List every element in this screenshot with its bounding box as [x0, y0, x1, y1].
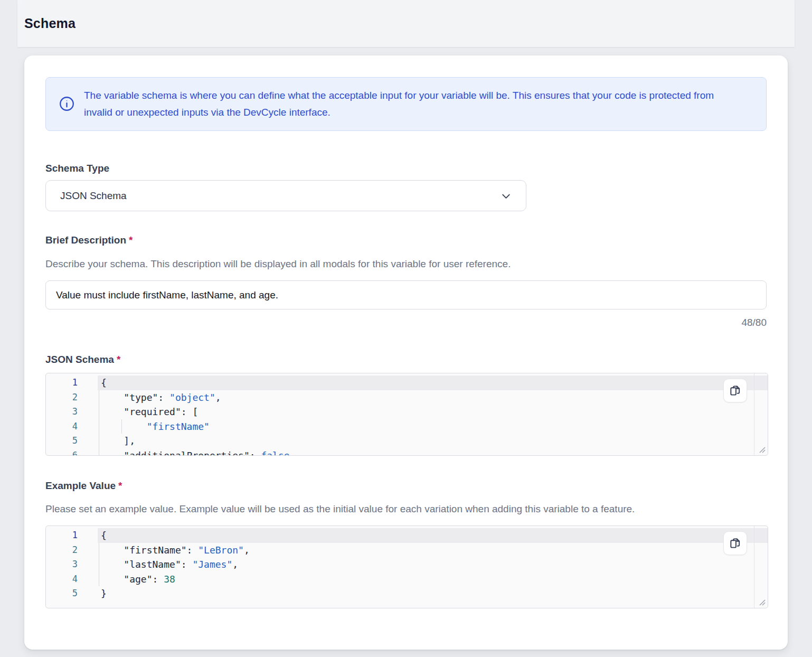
chevron-down-icon [500, 190, 512, 202]
resize-handle[interactable] [758, 598, 766, 606]
indent-guide [99, 390, 99, 456]
info-banner-text: The variable schema is where you can def… [84, 87, 739, 121]
scrollbar-track[interactable] [754, 373, 754, 455]
required-asterisk: * [117, 354, 120, 365]
copy-icon [729, 384, 741, 397]
character-counter: 48/80 [45, 317, 767, 328]
indent-guide [121, 419, 122, 434]
line-number-gutter: 12345 [46, 526, 98, 608]
schema-type-label: Schema Type [45, 163, 109, 174]
example-value-label: Example Value* [45, 480, 122, 492]
copy-button[interactable] [723, 531, 747, 555]
indent-guide [99, 543, 99, 587]
json-schema-label: JSON Schema* [45, 354, 120, 365]
schema-type-selected-value: JSON Schema [60, 190, 127, 202]
page-title: Schema [24, 16, 75, 31]
brief-description-input[interactable] [45, 280, 767, 309]
schema-form-card: The variable schema is where you can def… [24, 55, 788, 650]
json-schema-label-text: JSON Schema [45, 354, 114, 365]
required-asterisk: * [129, 234, 133, 246]
copy-button[interactable] [723, 379, 747, 402]
json-schema-code-editor[interactable]: 123456 { "type": "object", "required": [… [45, 373, 768, 456]
example-value-help-text: Please set an example value. Example val… [45, 503, 635, 515]
line-number-gutter: 123456 [46, 373, 98, 455]
brief-description-help-text: Describe your schema. This description w… [45, 258, 511, 270]
brief-description-label-text: Brief Description [45, 234, 126, 246]
code-content[interactable]: { "type": "object", "required": [ "first… [98, 373, 754, 456]
brief-description-label: Brief Description* [45, 234, 133, 246]
code-content[interactable]: { "firstName": "LeBron", "lastName": "Ja… [98, 526, 754, 601]
section-header: Schema [17, 0, 795, 47]
copy-icon [729, 537, 741, 549]
required-asterisk: * [118, 480, 122, 491]
schema-type-select[interactable]: JSON Schema [45, 180, 526, 211]
info-icon [59, 96, 75, 112]
info-banner: The variable schema is where you can def… [45, 77, 767, 131]
example-value-code-editor[interactable]: 12345 { "firstName": "LeBron", "lastName… [45, 525, 768, 608]
scrollbar-track[interactable] [754, 526, 754, 608]
resize-handle[interactable] [758, 445, 766, 454]
example-value-label-text: Example Value [45, 480, 116, 491]
schema-type-label-text: Schema Type [45, 163, 109, 174]
